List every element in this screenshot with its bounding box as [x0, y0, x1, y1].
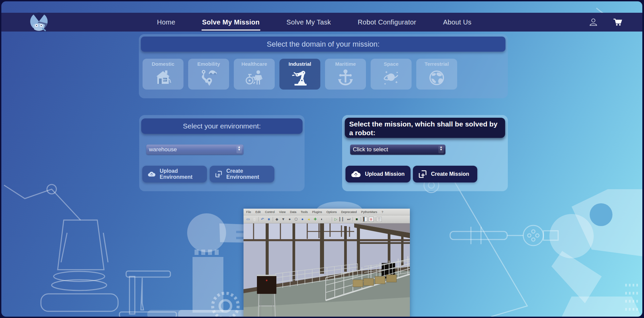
- user-icon[interactable]: [589, 17, 598, 27]
- domain-tile-terrestrial[interactable]: Terrestrial: [416, 59, 457, 90]
- environment-section: Select your environment: warehouse ▲▼ Up…: [139, 115, 305, 191]
- house-icon: [154, 68, 172, 87]
- nav-item-solve-my-task[interactable]: Solve My Task: [286, 14, 331, 31]
- upload-mission-label: Upload Mission: [365, 171, 405, 177]
- domain-tile-industrial[interactable]: Industrial: [279, 59, 320, 90]
- pause-icon[interactable]: ▎▎: [340, 217, 345, 222]
- sim-menu-file[interactable]: File: [246, 210, 251, 214]
- domain-section: Select the domain of your mission: Domes…: [139, 34, 508, 98]
- flag-icon[interactable]: ◂: [306, 217, 311, 222]
- sim-menu-data[interactable]: Data: [290, 210, 296, 214]
- axes-icon[interactable]: ✚: [313, 217, 318, 222]
- sim-menu-plugins[interactable]: Plugins: [312, 210, 322, 214]
- upload-environment-label: Upload Environment: [160, 168, 202, 180]
- select-spinner-icon: ▲▼: [236, 146, 242, 153]
- nav-item-robot-configurator[interactable]: Robot Configurator: [357, 14, 417, 31]
- create-mission-label: Create Mission: [431, 171, 469, 177]
- sim-menu-help[interactable]: ?: [382, 210, 383, 214]
- anchor-icon: [336, 68, 355, 87]
- blob-icon[interactable]: ◖: [319, 217, 324, 222]
- create-mission-button[interactable]: Create Mission: [413, 166, 477, 182]
- cylinder-icon[interactable]: ⬡: [293, 217, 299, 222]
- globe-icon: [427, 68, 446, 87]
- route-car-icon: [199, 68, 218, 87]
- domain-tile-maritime[interactable]: Maritime: [325, 59, 366, 90]
- mission-select[interactable]: Click to select ▲▼: [350, 145, 445, 155]
- cone-icon[interactable]: ▼: [281, 217, 286, 222]
- nav-item-about-us[interactable]: About Us: [442, 14, 472, 31]
- mission-select-value: Click to select: [353, 146, 388, 153]
- step-forward-icon[interactable]: ⏭: [346, 217, 351, 222]
- domain-tile-domestic[interactable]: Domestic: [143, 59, 183, 90]
- tile-label: Space: [384, 61, 398, 67]
- simulator-3d-viewport[interactable]: [244, 223, 410, 317]
- app-page: Home Solve My Mission Solve My Task Robo…: [1, 1, 642, 317]
- simulator-toolbar: ▭ ▯ ↶ ■ ◆ ▼ ● ⬡ ● ◂ ✚ ◖ ▢ ▷ ▎▎ ⏭ ■ ▍ ⧈ ☰: [244, 215, 410, 223]
- play-icon[interactable]: ▷: [333, 217, 338, 222]
- sim-menu-tools[interactable]: Tools: [301, 210, 308, 214]
- sim-menu-options[interactable]: Options: [326, 210, 337, 214]
- box-icon[interactable]: ▢: [325, 217, 330, 222]
- domain-section-title: Select the domain of your mission:: [141, 37, 505, 52]
- sphere-icon[interactable]: ●: [287, 217, 292, 222]
- mission-section-title: Select the mission, which shall be solve…: [345, 118, 505, 138]
- environment-select-value: warehouse: [149, 146, 177, 153]
- ball-icon[interactable]: ●: [300, 217, 305, 222]
- nav-item-home[interactable]: Home: [156, 14, 176, 31]
- cart-icon[interactable]: [613, 17, 622, 27]
- select-spinner-icon: ▲▼: [438, 146, 444, 153]
- tile-label: Maritime: [335, 61, 356, 67]
- create-plus-icon: [418, 170, 427, 178]
- upload-mission-button[interactable]: Upload Mission: [345, 166, 411, 182]
- nav-item-solve-my-mission[interactable]: Solve My Mission: [202, 14, 261, 31]
- simulator-menubar: File Edit Control View Data Tools Plugin…: [244, 209, 410, 215]
- create-environment-button[interactable]: Create Environment: [210, 166, 274, 182]
- tile-label: Domestic: [152, 61, 174, 67]
- sim-menu-control[interactable]: Control: [265, 210, 275, 214]
- toggle-grid-icon[interactable]: ⧈: [369, 217, 374, 222]
- tile-label: Industrial: [288, 61, 311, 67]
- tile-label: Emobility: [197, 61, 220, 67]
- robot-circle-logo[interactable]: [29, 11, 49, 32]
- new-file-icon[interactable]: ▯: [252, 217, 257, 222]
- tile-label: Terrestrial: [425, 61, 449, 67]
- wheelchair-person-icon: [245, 68, 264, 87]
- create-plus-icon: [215, 170, 222, 178]
- simulator-window: File Edit Control View Data Tools Plugin…: [244, 209, 410, 317]
- domain-tiles: Domestic Emobility: [143, 59, 457, 90]
- saturn-icon: [382, 68, 400, 87]
- save-icon[interactable]: ■: [266, 217, 271, 222]
- create-environment-label: Create Environment: [226, 168, 269, 180]
- toggle-view-icon[interactable]: ▍: [362, 217, 367, 222]
- domain-tile-healthcare[interactable]: Healthcare: [234, 59, 275, 90]
- environment-select[interactable]: warehouse ▲▼: [146, 145, 244, 155]
- domain-tile-emobility[interactable]: Emobility: [188, 59, 229, 90]
- list-icon[interactable]: ☰: [377, 217, 382, 222]
- sim-menu-edit[interactable]: Edit: [256, 210, 261, 214]
- stop-icon[interactable]: ■: [354, 217, 359, 222]
- robot-arm-icon: [290, 68, 309, 87]
- environment-section-title: Select your environment:: [141, 118, 303, 134]
- cloud-upload-icon: [148, 170, 156, 178]
- top-navbar: Home Solve My Mission Solve My Task Robo…: [1, 13, 642, 32]
- folder-icon[interactable]: ▭: [246, 217, 251, 222]
- nav-links: Home Solve My Mission Solve My Task Robo…: [156, 13, 472, 32]
- cloud-upload-icon: [351, 170, 361, 178]
- undo-icon[interactable]: ↶: [260, 217, 265, 222]
- upload-environment-button[interactable]: Upload Environment: [142, 166, 207, 182]
- sim-menu-pythonmars[interactable]: PythonMars: [361, 210, 377, 214]
- sim-menu-view[interactable]: View: [279, 210, 285, 214]
- mission-section: Select the mission, which shall be solve…: [342, 115, 508, 191]
- sim-menu-deprecated[interactable]: Deprecated: [341, 210, 357, 214]
- domain-tile-space[interactable]: Space: [371, 59, 412, 90]
- cursor-icon[interactable]: ◆: [274, 217, 279, 222]
- nav-icon-group: [589, 13, 622, 32]
- tile-label: Healthcare: [241, 61, 267, 67]
